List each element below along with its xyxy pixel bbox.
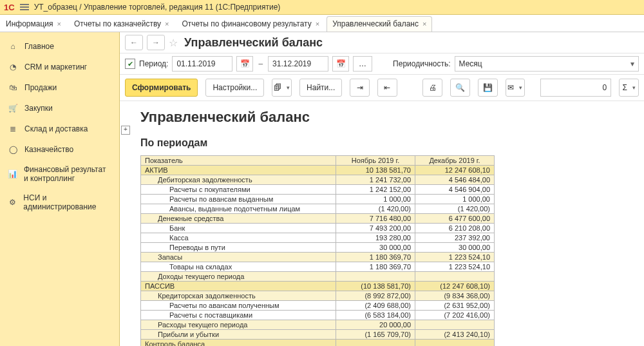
- row-value-2: 6 477 600,00: [415, 214, 495, 224]
- nav-forward-button[interactable]: →: [147, 35, 165, 50]
- row-value-2: (2 631 952,00): [415, 301, 495, 311]
- row-value-1: 1 180 369,70: [336, 253, 415, 262]
- row-label: Переводы в пути: [141, 243, 336, 253]
- period-select-button[interactable]: …: [353, 56, 372, 72]
- row-value-1: 1 241 732,00: [336, 175, 415, 185]
- close-icon[interactable]: ×: [165, 20, 169, 28]
- sum-button[interactable]: Σ▾: [619, 79, 639, 97]
- close-icon[interactable]: ×: [57, 20, 61, 28]
- purch-icon: 🛒: [8, 103, 18, 113]
- table-row[interactable]: Переводы в пути30 000,0030 000,00: [141, 243, 495, 253]
- table-row[interactable]: Денежные средства7 716 480,006 477 600,0…: [141, 214, 495, 224]
- tab-информация[interactable]: Информация×: [0, 16, 67, 32]
- variants-button[interactable]: 🗐▾: [272, 79, 292, 97]
- row-value-2: (9 834 368,00): [415, 291, 495, 301]
- row-label: Расчеты с поставщиками: [141, 311, 336, 320]
- period-checkbox[interactable]: ✔: [125, 59, 135, 69]
- treasury-icon: ◯: [8, 144, 18, 155]
- sidebar-item-label: Закупки: [24, 104, 53, 113]
- sidebar-item-fin[interactable]: 📊Финансовый результат и контроллинг: [0, 160, 119, 188]
- tab-label: Управленческий баланс: [332, 19, 419, 28]
- table-row[interactable]: Доходы текущего периода: [141, 272, 495, 282]
- print-button[interactable]: 🖨: [422, 79, 442, 97]
- row-label: Кредиторская задолженность: [141, 291, 336, 301]
- sidebar-item-purch[interactable]: 🛒Закупки: [0, 98, 119, 119]
- table-row[interactable]: Кредиторская задолженность(8 992 872,00)…: [141, 291, 495, 301]
- outline-toggle[interactable]: +: [121, 126, 130, 135]
- table-row[interactable]: Прибыли и убытки(1 165 709,70)(2 413 240…: [141, 330, 495, 340]
- form-report-button[interactable]: Сформировать: [125, 79, 198, 97]
- close-icon[interactable]: ×: [422, 20, 426, 28]
- date-from-calendar-icon[interactable]: 📅: [236, 56, 253, 72]
- report-area: + Управленческий баланс По периодам Пока…: [120, 101, 644, 346]
- row-value-2: 1 223 524,10: [415, 253, 495, 262]
- report-table: Показатель Ноябрь 2019 г. Декабрь 2019 г…: [140, 155, 495, 346]
- col-period-1: Ноябрь 2019 г.: [336, 156, 415, 166]
- sidebar-item-stock[interactable]: ≣Склад и доставка: [0, 119, 119, 139]
- sidebar-item-crm[interactable]: ◔CRM и маркетинг: [0, 57, 119, 77]
- collapse-all-button[interactable]: ⇤: [377, 79, 397, 97]
- row-value-1: 30 000,00: [336, 243, 415, 253]
- table-row[interactable]: Расчеты с поставщиками(6 583 184,00)(7 2…: [141, 311, 495, 320]
- sidebar-item-label: Главное: [24, 42, 54, 51]
- date-to-input[interactable]: 31.12.2019: [268, 56, 328, 72]
- table-row[interactable]: Касса193 280,00237 392,00: [141, 233, 495, 243]
- table-row[interactable]: АКТИВ10 138 581,7012 247 608,10: [141, 166, 495, 175]
- settings-button[interactable]: Настройки...: [205, 79, 264, 97]
- row-value-2: 4 546 484,00: [415, 175, 495, 185]
- tab-управленческий-баланс[interactable]: Управленческий баланс×: [327, 16, 432, 32]
- table-row[interactable]: Расчеты по авансам полученным(2 409 688,…: [141, 301, 495, 311]
- table-row[interactable]: Дебиторская задолженность1 241 732,004 5…: [141, 175, 495, 185]
- row-label: Авансы, выданные подотчетным лицам: [141, 204, 336, 214]
- row-label: ПАССИВ: [141, 282, 336, 291]
- sidebar-item-treasury[interactable]: ◯Казначейство: [0, 139, 119, 160]
- close-icon[interactable]: ×: [316, 20, 319, 28]
- crm-icon: ◔: [8, 62, 18, 72]
- sidebar-item-admin[interactable]: ⚙НСИ и администрирование: [0, 188, 119, 216]
- tab-отчеты-по-финансовому-результату[interactable]: Отчеты по финансовому результату×: [176, 16, 326, 32]
- main-menu-icon[interactable]: [20, 4, 29, 10]
- limit-input[interactable]: 0: [540, 79, 611, 97]
- row-label: АКТИВ: [141, 166, 336, 175]
- sidebar-item-label: НСИ и администрирование: [23, 193, 111, 211]
- nav-back-button[interactable]: ←: [125, 35, 143, 50]
- row-value-2: 1 223 524,10: [415, 262, 495, 272]
- preview-button[interactable]: 🔍: [450, 79, 470, 97]
- row-value-2: 12 247 608,10: [415, 166, 495, 175]
- filters-row: ✔ Период: 01.11.2019 📅 – 31.12.2019 📅 … …: [120, 53, 644, 75]
- table-row[interactable]: Контроль баланса: [141, 340, 495, 347]
- sidebar-item-label: Склад и доставка: [24, 124, 88, 133]
- row-label: Расчеты по авансам выданным: [141, 195, 336, 204]
- date-to-calendar-icon[interactable]: 📅: [332, 56, 349, 72]
- row-label: Расходы текущего периода: [141, 320, 336, 330]
- row-value-2: (7 202 416,00): [415, 311, 495, 320]
- send-button[interactable]: ✉▾: [506, 79, 526, 97]
- sidebar-item-label: Финансовый результат и контроллинг: [24, 165, 111, 183]
- table-row[interactable]: Авансы, выданные подотчетным лицам(1 420…: [141, 204, 495, 214]
- col-period-2: Декабрь 2019 г.: [415, 156, 495, 166]
- col-indicator: Показатель: [141, 156, 336, 166]
- table-row[interactable]: Банк7 493 200,006 210 208,00: [141, 224, 495, 233]
- table-row[interactable]: Расчеты по авансам выданным1 000,001 000…: [141, 195, 495, 204]
- table-row[interactable]: ПАССИВ(10 138 581,70)(12 247 608,10): [141, 282, 495, 291]
- frequency-combo[interactable]: Месяц ▾: [455, 56, 639, 72]
- home-icon: ⌂: [8, 41, 18, 52]
- row-value-1: 193 280,00: [336, 233, 415, 243]
- sidebar-item-sales[interactable]: 🛍Продажи: [0, 77, 119, 98]
- find-button[interactable]: Найти...: [299, 79, 342, 97]
- expand-all-button[interactable]: ⇥: [350, 79, 370, 97]
- table-row[interactable]: Расчеты с покупателями1 242 152,004 546 …: [141, 185, 495, 195]
- window-title: УТ_образец / Управление торговлей, редак…: [34, 3, 281, 12]
- row-value-1: 10 138 581,70: [336, 166, 415, 175]
- date-from-input[interactable]: 01.11.2019: [172, 56, 232, 72]
- favorite-star-icon[interactable]: ☆: [169, 37, 178, 49]
- stock-icon: ≣: [8, 124, 18, 134]
- save-button[interactable]: 💾: [478, 79, 498, 97]
- table-row[interactable]: Расходы текущего периода20 000,00: [141, 320, 495, 330]
- tab-отчеты-по-казначейству[interactable]: Отчеты по казначейству×: [68, 16, 175, 32]
- sidebar-item-home[interactable]: ⌂Главное: [0, 36, 119, 57]
- table-row[interactable]: Запасы1 180 369,701 223 524,10: [141, 253, 495, 262]
- table-row[interactable]: Товары на складах1 180 369,701 223 524,1…: [141, 262, 495, 272]
- row-value-1: (8 992 872,00): [336, 291, 415, 301]
- row-value-1: [336, 340, 415, 347]
